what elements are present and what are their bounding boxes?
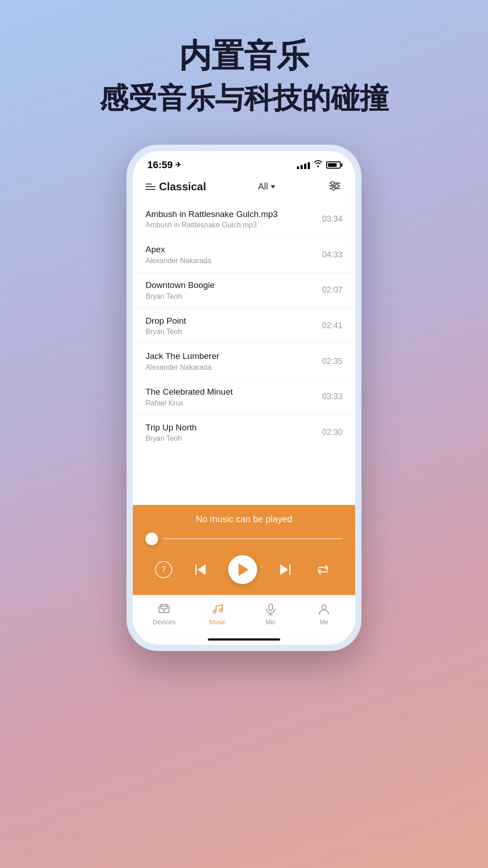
track-name: Apex <box>145 244 317 255</box>
track-item[interactable]: Apex Alexander Nakarada 04:33 <box>133 237 355 273</box>
filter-control[interactable]: All <box>258 181 275 192</box>
hero-section: 内置音乐 感受音乐与科技的碰撞 <box>99 36 389 118</box>
svg-point-8 <box>163 610 165 612</box>
track-item[interactable]: The Celebrated Minuet Rafael Krux 03:33 <box>133 379 355 415</box>
track-item[interactable]: Jack The Lumberer Alexander Nakarada 02:… <box>133 344 355 379</box>
track-artist: Rafael Krux <box>145 399 317 407</box>
nav-label-mic: Mic <box>266 618 276 626</box>
svg-point-4 <box>335 184 338 187</box>
repeat-button[interactable] <box>313 560 333 580</box>
signal-icon <box>297 161 310 169</box>
nav-label-music: Music <box>209 618 226 626</box>
track-duration: 03:34 <box>322 214 343 224</box>
track-artist: Alexander Nakarada <box>145 363 317 372</box>
track-item[interactable]: Downtown Boogie Bryan Teoh 02:07 <box>133 273 355 308</box>
track-name: Drop Point <box>145 316 317 327</box>
track-info: Apex Alexander Nakarada <box>145 244 317 265</box>
track-info: Drop Point Bryan Teoh <box>145 316 317 336</box>
menu-icon[interactable] <box>145 184 155 190</box>
svg-point-3 <box>331 181 334 184</box>
track-info: Downtown Boogie Bryan Teoh <box>145 280 317 301</box>
track-artist: Ambush in Rattlesnake Gulch.mp3 <box>145 221 317 229</box>
app-header: Classical All <box>133 175 355 202</box>
track-duration: 04:33 <box>322 250 343 259</box>
track-info: Ambush in Rattlesnake Gulch.mp3 Ambush i… <box>145 209 317 230</box>
navigation-icon: ✈ <box>175 160 181 169</box>
status-icons <box>297 160 341 170</box>
nav-item-music[interactable]: Music <box>191 602 244 626</box>
me-icon <box>317 602 331 616</box>
playlist-title: Classical <box>159 180 206 193</box>
hero-title: 内置音乐 <box>99 36 389 75</box>
info-button[interactable]: ? <box>155 561 172 578</box>
track-item[interactable]: Drop Point Bryan Teoh 02:41 <box>133 308 355 344</box>
header-left: Classical <box>145 180 206 193</box>
track-duration: 02:41 <box>322 321 343 330</box>
next-button[interactable] <box>275 560 295 580</box>
player-message: No music can be played <box>145 514 343 524</box>
track-artist: Bryan Teoh <box>145 434 317 443</box>
track-info: Jack The Lumberer Alexander Nakarada <box>145 351 317 372</box>
phone-mockup: 16:59 ✈ <box>127 145 361 651</box>
track-name: Jack The Lumberer <box>145 351 317 362</box>
track-info: Trip Up North Bryan Teoh <box>145 422 317 443</box>
music-icon <box>210 602 225 616</box>
svg-point-9 <box>213 610 216 613</box>
track-artist: Bryan Teoh <box>145 328 317 336</box>
bottom-nav: Devices Music <box>133 595 355 635</box>
track-item[interactable]: Trip Up North Bryan Teoh 02:30 <box>133 415 355 450</box>
nav-item-devices[interactable]: Devices <box>137 602 191 626</box>
play-button[interactable] <box>228 555 257 584</box>
mic-icon <box>263 602 278 616</box>
svg-point-5 <box>332 187 335 190</box>
status-bar: 16:59 ✈ <box>133 151 355 175</box>
filter-label: All <box>258 181 268 192</box>
battery-icon <box>326 161 341 169</box>
track-name: Ambush in Rattlesnake Gulch.mp3 <box>145 209 317 220</box>
track-item[interactable]: Ambush in Rattlesnake Gulch.mp3 Ambush i… <box>133 202 355 237</box>
play-icon <box>239 563 249 576</box>
track-name: The Celebrated Minuet <box>145 387 317 398</box>
player-controls: ? <box>145 555 343 584</box>
phone-screen: 16:59 ✈ <box>133 151 355 645</box>
nav-label-me: Me <box>319 618 328 626</box>
svg-rect-11 <box>269 604 272 610</box>
svg-point-14 <box>322 605 326 609</box>
nav-item-me[interactable]: Me <box>297 602 351 626</box>
track-name: Trip Up North <box>145 422 317 434</box>
equalizer-icon <box>329 181 341 191</box>
progress-bar[interactable] <box>145 533 343 545</box>
track-duration: 02:07 <box>322 285 343 295</box>
track-artist: Bryan Teoh <box>145 292 317 301</box>
equalizer-button[interactable] <box>327 179 343 194</box>
home-indicator <box>133 635 355 645</box>
wifi-icon <box>314 160 323 170</box>
track-info: The Celebrated Minuet Rafael Krux <box>145 387 317 407</box>
prev-button[interactable] <box>190 560 210 580</box>
nav-item-mic[interactable]: Mic <box>244 602 297 626</box>
nav-label-devices: Devices <box>153 618 175 626</box>
track-artist: Alexander Nakarada <box>145 257 317 265</box>
track-name: Downtown Boogie <box>145 280 317 291</box>
hero-subtitle: 感受音乐与科技的碰撞 <box>99 80 389 117</box>
track-duration: 02:35 <box>322 357 343 366</box>
filter-arrow-icon <box>271 185 275 189</box>
track-duration: 02:30 <box>322 428 343 437</box>
player-panel: No music can be played ? <box>133 505 355 595</box>
svg-point-10 <box>220 609 222 612</box>
devices-icon <box>157 602 171 616</box>
progress-thumb[interactable] <box>145 533 158 545</box>
progress-track[interactable] <box>163 538 343 539</box>
home-bar <box>208 638 280 641</box>
repeat-icon <box>317 565 329 575</box>
status-time: 16:59 ✈ <box>147 159 181 171</box>
track-duration: 03:33 <box>322 392 343 401</box>
track-list: Ambush in Rattlesnake Gulch.mp3 Ambush i… <box>133 202 355 505</box>
